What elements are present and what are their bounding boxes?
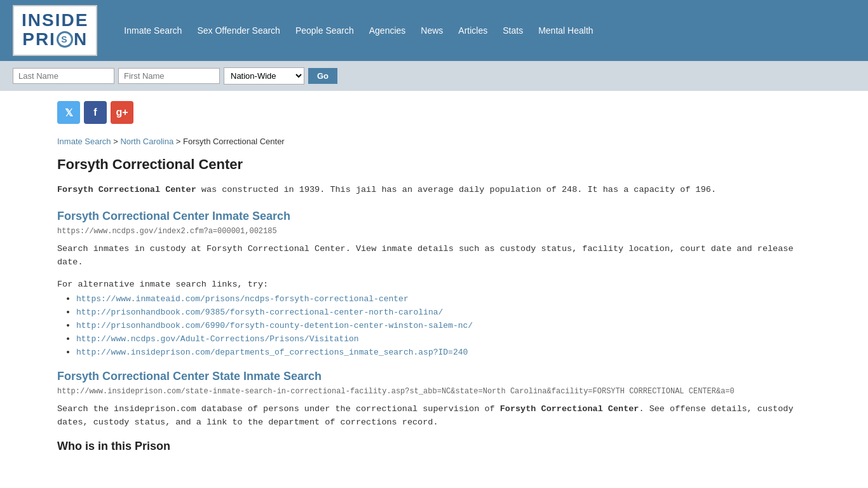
site-logo[interactable]: INSIDE PRISN <box>13 5 97 56</box>
google-plus-button[interactable]: g+ <box>111 101 133 124</box>
nav-item-stats[interactable]: Stats <box>495 23 531 38</box>
alt-link[interactable]: http://prisonhandbook.com/9385/forsyth-c… <box>76 308 443 317</box>
breadcrumb: Inmate Search > North Carolina > Forsyth… <box>57 137 811 146</box>
logo-inside-text: INSIDE <box>22 11 88 29</box>
logo-o-circle: S <box>57 31 73 48</box>
twitter-button[interactable]: 𝕏 <box>57 101 80 124</box>
first-name-input[interactable] <box>118 68 220 84</box>
nav-item-inmate-search[interactable]: Inmate Search <box>116 23 189 38</box>
main-content: Inmate Search > North Carolina > Forsyth… <box>0 130 868 472</box>
state-search-heading[interactable]: Forsyth Correctional Center State Inmate… <box>57 370 811 383</box>
facility-name-bold: Forsyth Correctional Center <box>57 185 196 194</box>
alt-link[interactable]: https://www.inmateaid.com/prisons/ncdps-… <box>76 294 409 304</box>
inmate-search-description: Search inmates in custody at Forsyth Cor… <box>57 242 811 269</box>
nav-item-people-search[interactable]: People Search <box>288 23 362 38</box>
nav-item-sex-offender-search[interactable]: Sex Offender Search <box>189 23 287 38</box>
alt-links-list: https://www.inmateaid.com/prisons/ncdps-… <box>76 293 811 357</box>
alt-link[interactable]: http://www.insideprison.com/departments_… <box>76 348 468 357</box>
nav-item-news[interactable]: News <box>413 23 451 38</box>
inmate-search-url: https://www.ncdps.gov/index2.cfm?a=00000… <box>57 227 811 236</box>
nav-item-articles[interactable]: Articles <box>451 23 495 38</box>
page-title: Forsyth Correctional Center <box>57 156 811 173</box>
state-search-heading-link[interactable]: Forsyth Correctional Center State Inmate… <box>57 370 811 383</box>
facebook-button[interactable]: f <box>84 101 107 124</box>
nav-item-agencies[interactable]: Agencies <box>362 23 414 38</box>
state-select[interactable]: Nation-WideAlabamaAlaskaArizonaArkansasC… <box>224 67 304 85</box>
facility-description: Forsyth Correctional Center was construc… <box>57 183 811 197</box>
breadcrumb-inmate-search[interactable]: Inmate Search <box>57 137 111 146</box>
who-heading: Who is in this Prison <box>57 440 811 453</box>
alt-links-intro: For alternative inmate search links, try… <box>57 280 811 289</box>
search-bar: Nation-WideAlabamaAlaskaArizonaArkansasC… <box>0 61 868 91</box>
main-nav: Inmate SearchSex Offender SearchPeople S… <box>116 23 600 38</box>
alt-link[interactable]: http://www.ncdps.gov/Adult-Corrections/P… <box>76 334 359 344</box>
state-search-desc-start: Search the insideprison.com database of … <box>57 404 500 414</box>
facility-description-rest: was constructed in 1939. This jail has a… <box>196 185 716 194</box>
breadcrumb-north-carolina[interactable]: North Carolina <box>120 137 173 146</box>
nav-item-mental-health[interactable]: Mental Health <box>531 23 600 38</box>
go-button[interactable]: Go <box>308 68 337 84</box>
alt-link[interactable]: http://prisonhandbook.com/6990/forsyth-c… <box>76 321 473 330</box>
site-header: INSIDE PRISN Inmate SearchSex Offender S… <box>0 0 868 61</box>
state-search-url: http://www.insideprison.com/state-inmate… <box>57 387 811 396</box>
last-name-input[interactable] <box>13 68 114 84</box>
state-search-description: Search the insideprison.com database of … <box>57 402 811 430</box>
breadcrumb-current: > Forsyth Correctional Center <box>176 137 285 146</box>
inmate-search-heading-link[interactable]: Forsyth Correctional Center Inmate Searc… <box>57 210 811 223</box>
social-icons-bar: 𝕏 f g+ <box>0 91 868 130</box>
state-search-facility-bold: Forsyth Correctional Center <box>500 404 639 414</box>
logo-prison-text: PRISN <box>22 29 88 50</box>
